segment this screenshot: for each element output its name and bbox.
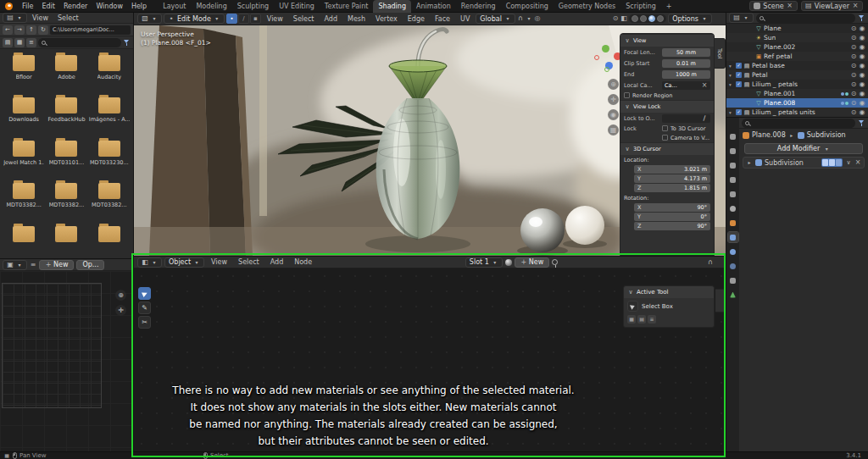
app-menu-item[interactable]: File <box>18 0 37 12</box>
folder-item[interactable]: Bfloor <box>3 55 44 87</box>
editor-type-button[interactable] <box>3 13 27 23</box>
refresh-button[interactable] <box>38 25 48 35</box>
hide-viewport-icon[interactable] <box>850 25 857 33</box>
proportional-editing-icon[interactable] <box>534 14 541 23</box>
xray-toggle-icon[interactable] <box>620 14 627 23</box>
axis-y-negative-handle[interactable] <box>604 67 609 72</box>
mode-dropdown[interactable]: Edit Mode <box>164 14 225 24</box>
folder-item[interactable]: MDT03101... <box>46 141 86 173</box>
file-browser-menu-item[interactable]: Select <box>53 13 83 23</box>
viewport-menu-item[interactable]: Vertex <box>371 13 402 25</box>
zoom-icon[interactable] <box>608 79 619 90</box>
collection-checkbox[interactable] <box>736 109 742 115</box>
filter-icon[interactable] <box>123 39 131 46</box>
forward-button[interactable] <box>14 25 25 35</box>
expand-arrow-icon[interactable] <box>729 82 734 87</box>
cursor-location-z-field[interactable]: Z1.815 m <box>634 184 710 192</box>
pan-hand-icon[interactable] <box>115 305 126 316</box>
navigation-gizmo[interactable] <box>594 45 621 72</box>
browse-material-icon[interactable] <box>505 259 512 266</box>
display-thumbnails-button[interactable] <box>3 38 13 47</box>
cursor-rotation-z-field[interactable]: Z90° <box>634 222 710 230</box>
filter-icon[interactable] <box>858 119 865 126</box>
outliner-item-label[interactable]: Petal base <box>752 62 785 69</box>
shader-sidebar-tab[interactable] <box>715 289 726 312</box>
workspace-tab[interactable]: Shading <box>373 0 411 13</box>
workspace-tab[interactable]: Layout <box>158 0 191 13</box>
properties-tab[interactable] <box>728 246 738 257</box>
file-search-input[interactable] <box>38 38 121 47</box>
hide-viewport-icon[interactable] <box>850 34 857 42</box>
viewport-menu-item[interactable]: Select <box>289 13 319 25</box>
outliner-item-label[interactable]: Lilium _ petals <box>752 80 798 88</box>
view-lock-section-header[interactable]: View Lock <box>620 100 714 113</box>
workspace-tab[interactable]: Scripting <box>620 0 661 13</box>
open-image-button[interactable]: Op... <box>76 260 104 270</box>
hide-render-icon[interactable] <box>859 62 865 70</box>
shader-menu-item[interactable]: Select <box>234 257 264 268</box>
unlink-scene-icon[interactable] <box>787 2 793 10</box>
select-subtract-icon[interactable] <box>648 315 656 324</box>
outliner-item[interactable]: Lilium _ petals units <box>726 108 868 117</box>
axis-x-negative-handle[interactable] <box>594 55 599 60</box>
add-modifier-button[interactable]: Add Modifier <box>744 143 863 154</box>
app-menu-item[interactable]: Window <box>92 0 127 12</box>
annotate-tool-icon[interactable] <box>138 301 151 314</box>
display-grid-button[interactable] <box>14 38 25 47</box>
hide-render-icon[interactable] <box>859 71 865 80</box>
image-editor-canvas[interactable] <box>0 271 133 451</box>
hide-viewport-icon[interactable] <box>850 90 857 98</box>
path-field[interactable]: C:\Users\megan\Doc... <box>50 25 131 35</box>
view-layer-selector[interactable]: ViewLayer <box>801 1 863 11</box>
clip-start-field[interactable]: 0.01 m <box>662 59 710 68</box>
options-dropdown[interactable]: Options <box>668 14 712 24</box>
hide-render-icon[interactable] <box>859 25 865 33</box>
app-menu-item[interactable]: Help <box>127 0 151 12</box>
outliner-search-input[interactable] <box>756 14 855 23</box>
outliner-item-label[interactable]: Plane.008 <box>764 99 795 107</box>
viewport-menu-item[interactable]: Add <box>320 13 342 25</box>
shader-menu-item[interactable]: Node <box>290 257 316 268</box>
active-tool-header[interactable]: Active Tool <box>624 286 714 298</box>
outliner-item[interactable]: Petal <box>726 70 868 80</box>
properties-search-input[interactable] <box>742 119 855 128</box>
material-slot-dropdown[interactable]: Slot 1 <box>465 257 503 268</box>
properties-tab[interactable] <box>728 218 738 228</box>
clear-icon[interactable] <box>701 81 708 90</box>
edge-select-button[interactable] <box>238 14 249 24</box>
folder-item[interactable]: Adobe <box>46 55 86 87</box>
properties-tab[interactable] <box>728 203 738 213</box>
camera-to-view-checkbox[interactable] <box>662 135 668 141</box>
modifier-name[interactable]: Subdivision <box>765 159 804 167</box>
cursor-rotation-y-field[interactable]: Y0° <box>634 213 710 221</box>
modifier-display-toggles[interactable] <box>821 158 843 167</box>
shading-material-icon[interactable] <box>648 15 655 22</box>
modifier-extras-icon[interactable] <box>845 158 852 167</box>
folder-item[interactable]: Imágenes - A... <box>89 97 130 130</box>
select-box-tool-icon[interactable] <box>138 287 151 300</box>
hide-viewport-icon[interactable] <box>850 62 857 70</box>
file-browser-menu-item[interactable]: View <box>28 13 53 23</box>
filter-icon[interactable] <box>858 14 865 21</box>
folder-item[interactable]: MDT033230... <box>89 141 130 173</box>
folder-item[interactable]: MDT03382... <box>3 183 44 215</box>
folder-item[interactable] <box>3 226 44 258</box>
camera-view-icon[interactable] <box>608 109 619 120</box>
folder-item[interactable]: MDT03382... <box>46 183 86 215</box>
hide-render-icon[interactable] <box>859 90 865 98</box>
properties-tab[interactable] <box>728 146 738 156</box>
workspace-tab[interactable]: Geometry Nodes <box>554 0 620 13</box>
workspace-tab[interactable]: Texture Paint <box>320 0 374 13</box>
magnet-snap-icon[interactable] <box>707 258 714 267</box>
app-menu-item[interactable]: Edit <box>37 0 59 12</box>
workspace-tab[interactable]: UV Editing <box>274 0 320 13</box>
sidebar-tab-tool[interactable]: Tool <box>715 38 726 69</box>
select-new-icon[interactable] <box>627 315 636 324</box>
expand-arrow-icon[interactable] <box>729 73 734 78</box>
scene-selector[interactable]: Scene <box>749 1 797 11</box>
breadcrumb-object[interactable]: Plane.008 <box>752 131 786 139</box>
folder-item[interactable]: Audacity <box>89 55 130 87</box>
editor-corner-icon[interactable] <box>3 451 10 459</box>
properties-tab[interactable] <box>728 232 738 242</box>
editor-type-button[interactable] <box>137 257 162 268</box>
